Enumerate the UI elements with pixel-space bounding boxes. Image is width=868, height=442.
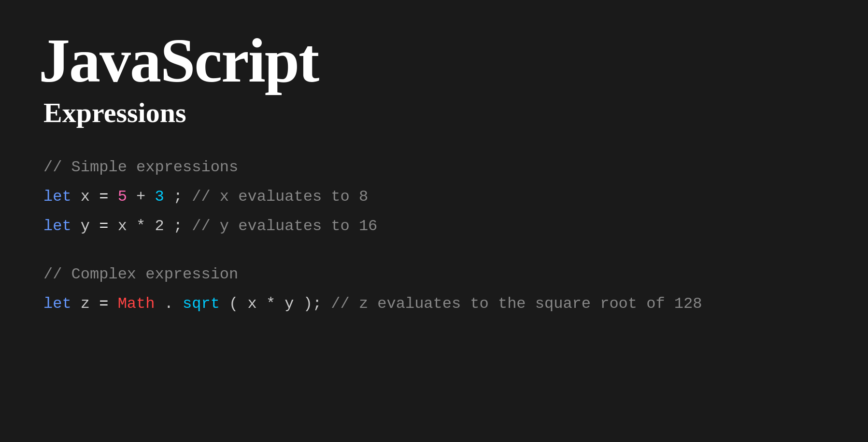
math-obj: Math: [118, 295, 155, 313]
keyword-let-y: let: [43, 217, 71, 235]
code-line-x: let x = 5 + 3 ; // x evaluates to 8: [43, 182, 829, 212]
comment-y: // y evaluates to 16: [192, 217, 377, 235]
op-eq-z: =: [99, 295, 108, 313]
op-plus: +: [136, 188, 145, 206]
subtitle: Expressions: [43, 97, 829, 129]
num-2-y: 2: [155, 217, 164, 235]
code-line-z: let z = Math . sqrt ( x * y ); // z eval…: [43, 290, 829, 319]
paren-close: );: [303, 295, 322, 313]
op-eq-x: =: [99, 188, 108, 206]
main-title: JavaScript: [39, 29, 829, 92]
num-3: 3: [155, 188, 164, 206]
comment-simple: // Simple expressions: [43, 153, 829, 182]
comment-z: // z evaluates to the square root of 128: [331, 295, 702, 313]
dot-sep: .: [164, 295, 173, 313]
semi-y: ;: [173, 217, 183, 235]
comment-simple-text: // Simple expressions: [43, 158, 238, 176]
keyword-let-z: let: [43, 295, 71, 313]
op-eq-y: =: [99, 217, 108, 235]
var-x: x: [81, 188, 99, 206]
code-block: // Simple expressions let x = 5 + 3 ; //…: [43, 153, 829, 319]
spacer: [43, 241, 829, 260]
op-times: *: [136, 217, 145, 235]
keyword-let-x: let: [43, 188, 71, 206]
var-z: z: [81, 295, 99, 313]
inner-expr: x * y: [247, 295, 294, 313]
comment-complex-text: // Complex expression: [43, 265, 238, 283]
comment-x: // x evaluates to 8: [192, 188, 368, 206]
sqrt-method: sqrt: [183, 295, 220, 313]
var-x-ref: x: [118, 217, 127, 235]
comment-complex: // Complex expression: [43, 260, 829, 290]
num-5: 5: [118, 188, 127, 206]
paren-open: (: [229, 295, 238, 313]
code-line-y: let y = x * 2 ; // y evaluates to 16: [43, 212, 829, 241]
var-y: y: [81, 217, 99, 235]
page-container: JavaScript Expressions // Simple express…: [0, 0, 868, 442]
semi-x: ;: [173, 188, 183, 206]
